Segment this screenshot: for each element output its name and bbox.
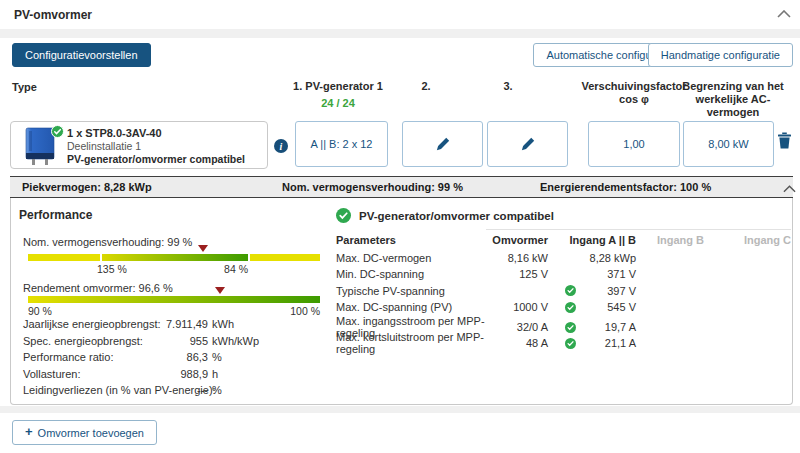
configuration-proposals-button[interactable]: Configuratievoorstellen [12,43,151,67]
section-collapse-button[interactable] [777,10,791,18]
table-row: Typische PV-spanning 397 V [336,283,791,299]
stat-value: 7.911,49 [128,318,208,330]
header-ingang-ab: Ingang A || B [548,229,636,246]
param-label: Max. kortsluitstroom per MPP-regeling [336,331,486,355]
gauge2-marker-icon [215,287,225,294]
delete-inverter-button[interactable] [777,132,792,149]
column-header-ac-limit: Begrenzing van het werkelijke AC-vermoge… [681,80,785,119]
peak-power-summary: Piekvermogen: 8,28 kWp [22,181,152,193]
stat-value: 988,9 [128,368,208,380]
column-header-generator3: 3. [478,80,538,93]
stat-unit: % [212,351,222,363]
column-header-type: Type [12,81,37,94]
pv-inverter-panel: PV-omvormer Configuratievoorstellen Auto… [0,0,800,453]
inverter-card[interactable]: 1 x STP8.0-3AV-40 Deelinstallatie 1 PV-g… [10,121,268,169]
column-header-generator1: 1. PV-generator 1 24 / 24 [290,80,386,110]
gauge1-bar [28,254,320,261]
generator1-string-config-button[interactable]: A || B: 2 x 12 [295,121,388,167]
gauge2-ticks: 90 % 100 % [28,305,320,318]
stat-row: Performance ratio: 86,3 % [18,351,320,368]
param-label: Min. DC-spanning [336,268,486,280]
gauge1-ticks: 135 % 84 % [28,263,320,276]
check-circle-icon [565,338,578,349]
gauge2-bar [28,296,320,303]
param-omvormer-value: 125 V [486,268,548,280]
inverter-efficiency-gauge: 90 % 100 % [28,296,320,318]
compatibility-heading-text: PV-generator/omvormer compatibel [359,210,554,222]
performance-title: Performance [19,208,92,222]
table-row: Min. DC-spanning 125 V 371 V [336,266,791,282]
chevron-up-icon [783,185,796,193]
check-circle-icon [565,302,578,313]
gauge2-tick-left: 90 % [28,305,52,317]
summary-bar: Piekvermogen: 8,28 kWp Nom. vermogensver… [10,176,793,198]
info-icon[interactable]: i [274,139,288,153]
gauge1-label: Nom. vermogensverhouding: 99 % [23,236,192,248]
inverter-name: 1 x STP8.0-3AV-40 [67,127,245,140]
detail-panel: Performance Nom. vermogensverhouding: 99… [10,198,793,405]
stat-row: Leidingverliezen (in % van PV-energie): … [18,384,320,401]
page-title: PV-omvormer [14,8,92,22]
stat-label: Spec. energieopbrengst: [23,335,143,347]
generator1-title: 1. PV-generator 1 [290,80,386,93]
gauge1-yellow-left [28,254,100,261]
column-header-cos-phi: Verschuivingsfactor cos φ [578,80,690,106]
stat-value: 86,3 [128,351,208,363]
add-inverter-button[interactable]: + Omvormer toevoegen [12,420,157,445]
cos-phi-value-button[interactable]: 1,00 [588,121,680,167]
nominal-power-ratio-gauge: 135 % 84 % [28,254,320,276]
param-omvormer-value: 8,16 kW [486,252,548,264]
param-label: Typische PV-spanning [336,285,486,297]
parameters-header-row: Parameters Omvormer Ingang A || B Ingang… [336,228,791,250]
compatibility-status: PV-generator/omvormer compatibel [67,153,245,166]
param-label: Max. DC-vermogen [336,252,486,264]
stat-row: Jaarlijkse energieopbrengst: 7.911,49 kW… [18,318,320,335]
check-circle-icon [565,322,578,333]
gauge2-tick-right: 100 % [290,305,320,317]
param-ingang-ab-value: 545 V [578,301,636,313]
ac-limit-value-button[interactable]: 8,00 kW [683,121,774,167]
stat-value: --- [128,384,208,396]
header-ingang-b: Ingang B [636,229,704,246]
table-row: Max. DC-spanning (PV) 1000 V 545 V [336,299,791,315]
stat-row: Spec. energieopbrengst: 955 kWh/kWp [18,335,320,352]
param-ingang-ab-value: 371 V [578,268,636,280]
stat-unit: kWh [212,318,234,330]
param-label: Max. DC-spanning (PV) [336,301,486,313]
header-ingang-c: Ingang C [704,229,791,246]
parameters-table: Parameters Omvormer Ingang A || B Ingang… [336,228,791,348]
param-ingang-ab-value: 397 V [578,285,636,297]
stat-unit: % [212,384,222,396]
generator2-edit-button[interactable] [402,121,483,167]
manual-configuration-button[interactable]: Handmatige configuratie [648,43,793,67]
pencil-icon [520,137,535,152]
subinstallation-label: Deelinstallatie 1 [67,140,245,153]
check-circle-icon [565,285,578,296]
param-omvormer-value: 48 A [486,337,548,349]
param-ingang-ab-value: 19,7 A [578,321,636,333]
param-omvormer-value: 1000 V [486,301,548,313]
trash-icon [777,132,792,149]
header-parameters: Parameters [336,234,486,246]
inverter-info: 1 x STP8.0-3AV-40 Deelinstallatie 1 PV-g… [67,127,245,166]
table-row: Max. kortsluitstroom per MPP-regeling 48… [336,331,791,347]
generator3-edit-button[interactable] [487,121,568,167]
param-ingang-ab-value: 8,28 kWp [578,252,636,264]
chevron-up-icon [777,10,791,18]
gauge2-gradient [28,296,320,303]
gauge1-yellow-right [250,254,320,261]
stat-label: Vollasturen: [23,368,80,380]
pencil-icon [435,137,450,152]
stat-row: Vollasturen: 988,9 h [18,368,320,385]
plus-icon: + [25,424,33,439]
compatibility-heading: PV-generator/omvormer compatibel [336,208,554,223]
header-omvormer: Omvormer [486,229,548,246]
param-ingang-ab-value: 21,1 A [578,337,636,349]
stat-unit: kWh/kWp [212,335,259,347]
header-divider [0,29,800,38]
gauge1-gradient [102,254,248,261]
gauge1-tick-right: 84 % [28,263,248,275]
column-header-generator2: 2. [396,80,456,93]
gauge2-label: Rendement omvormer: 96,6 % [23,282,173,294]
gauge1-marker-icon [198,245,208,252]
